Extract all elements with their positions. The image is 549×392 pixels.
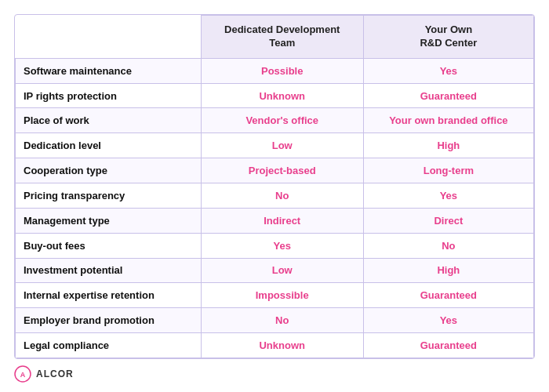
row-dedicated-value: Impossible — [201, 283, 363, 308]
footer: A ALCOR — [14, 359, 535, 383]
row-label: Legal compliance — [16, 333, 202, 358]
table-row: Employer brand promotionNoYes — [16, 308, 534, 333]
row-label: Buy-out fees — [16, 233, 202, 258]
row-dedicated-value: Unknown — [201, 83, 363, 108]
row-rnd-value: High — [363, 258, 533, 283]
table-row: Pricing transparencyNoYes — [16, 183, 534, 209]
row-rnd-value: Yes — [363, 308, 533, 333]
comparison-table: Dedicated Development Team Your Own R&D … — [15, 15, 534, 358]
row-label: IP rights protection — [16, 83, 202, 108]
row-dedicated-value: Possible — [201, 58, 363, 83]
row-dedicated-value: Vendor's office — [201, 108, 363, 133]
logo-text: ALCOR — [36, 368, 74, 379]
row-rnd-value: High — [363, 133, 533, 158]
row-label: Internal expertise retention — [16, 283, 202, 308]
row-label: Employer brand promotion — [16, 308, 202, 333]
table-row: Buy-out feesYesNo — [16, 233, 534, 258]
row-label: Management type — [16, 208, 202, 233]
row-rnd-value: Guaranteed — [363, 283, 533, 308]
row-rnd-value: Guaranteed — [363, 333, 533, 358]
table-row: Internal expertise retentionImpossibleGu… — [16, 283, 534, 308]
row-dedicated-value: Indirect — [201, 208, 363, 233]
table-row: Legal complianceUnknownGuaranteed — [16, 333, 534, 358]
svg-text:A: A — [20, 371, 26, 379]
row-dedicated-value: Project-based — [201, 158, 363, 183]
header-empty — [16, 16, 202, 59]
header-rnd: Your Own R&D Center — [363, 16, 533, 59]
table-row: IP rights protectionUnknownGuaranteed — [16, 83, 534, 108]
row-label: Software maintenance — [16, 58, 202, 83]
row-dedicated-value: Low — [201, 133, 363, 158]
comparison-table-wrapper: Dedicated Development Team Your Own R&D … — [14, 14, 535, 359]
row-dedicated-value: No — [201, 308, 363, 333]
table-row: Software maintenancePossibleYes — [16, 58, 534, 83]
row-dedicated-value: No — [201, 183, 363, 209]
row-rnd-value: No — [363, 233, 533, 258]
row-dedicated-value: Low — [201, 258, 363, 283]
row-rnd-value: Yes — [363, 183, 533, 209]
row-rnd-value: Yes — [363, 58, 533, 83]
header-dedicated: Dedicated Development Team — [201, 16, 363, 59]
alcor-logo-icon: A — [14, 365, 31, 383]
row-label: Dedication level — [16, 133, 202, 158]
row-label: Investment potential — [16, 258, 202, 283]
row-label: Place of work — [16, 108, 202, 133]
row-dedicated-value: Yes — [201, 233, 363, 258]
table-row: Management typeIndirectDirect — [16, 208, 534, 233]
row-label: Cooperation type — [16, 158, 202, 183]
row-rnd-value: Your own branded office — [363, 108, 533, 133]
table-row: Investment potentialLowHigh — [16, 258, 534, 283]
row-rnd-value: Long-term — [363, 158, 533, 183]
table-row: Dedication levelLowHigh — [16, 133, 534, 158]
row-label: Pricing transparency — [16, 183, 202, 209]
row-rnd-value: Guaranteed — [363, 83, 533, 108]
row-rnd-value: Direct — [363, 208, 533, 233]
table-row: Cooperation typeProject-basedLong-term — [16, 158, 534, 183]
table-row: Place of workVendor's officeYour own bra… — [16, 108, 534, 133]
row-dedicated-value: Unknown — [201, 333, 363, 358]
